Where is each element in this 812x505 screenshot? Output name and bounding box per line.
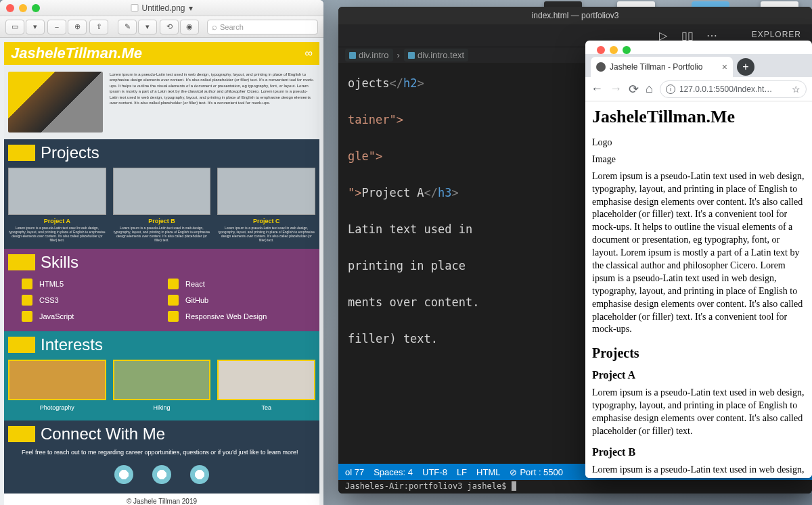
title-dropdown-icon[interactable]: ▾ (189, 3, 193, 13)
chrome-window: Jashele Tillman - Portfolio × + ← → ⟳ ⌂ … (585, 41, 812, 478)
mock-project-card: Project B Lorem ipsum is a pseudo-Latin … (113, 168, 211, 242)
vscode-titlebar: index.html — portfoliov3 (338, 7, 812, 24)
markup-pen-button[interactable]: ✎ (118, 20, 137, 34)
status-eol[interactable]: LF (457, 467, 467, 477)
explorer-title: EXPLORER (752, 30, 801, 42)
forward-button[interactable]: → (610, 82, 622, 96)
zoom-out-button[interactable]: − (47, 20, 66, 34)
search-icon (212, 22, 217, 32)
markup-toggle-button[interactable]: ◉ (180, 20, 199, 34)
bookmark-star-icon[interactable]: ☆ (792, 84, 800, 95)
project-b-desc: Lorem ipsum is a pseudo-Latin text used … (592, 464, 805, 478)
tab-title: Jashele Tillman - Portfolio (610, 62, 702, 72)
mock-connect-section: Connect With Me Feel free to reach out t… (4, 420, 319, 494)
intro-paragraph: Lorem ipsum is a pseudo-Latin text used … (592, 170, 805, 337)
mock-project-card: Project C Lorem ipsum is a pseudo-Latin … (217, 168, 315, 242)
preview-toolbar: ▭ ▾ − ⊕ ⇧ ✎ ▾ ⟲ ◉ Search (0, 16, 323, 38)
page-content: JasheleTillman.Me Logo Image Lorem ipsum… (585, 101, 812, 478)
site-info-icon[interactable]: i (666, 85, 675, 94)
status-col[interactable]: ol 77 (345, 467, 364, 477)
sidebar-toggle-button[interactable]: ▭ (5, 20, 24, 34)
no-entry-icon (510, 467, 517, 477)
status-spaces[interactable]: Spaces: 4 (374, 467, 413, 477)
reload-button[interactable]: ⟳ (629, 82, 639, 97)
share-button[interactable]: ⇧ (89, 20, 108, 34)
linkedin-icon (190, 465, 209, 484)
run-icon[interactable]: ▷ (657, 30, 669, 42)
close-button[interactable] (597, 46, 605, 54)
minimize-button[interactable] (19, 4, 27, 12)
image-alt-text: Image (592, 153, 805, 166)
close-button[interactable] (6, 4, 14, 12)
maximize-button[interactable] (623, 46, 631, 54)
search-input[interactable]: Search (207, 20, 318, 34)
mock-footer: © Jashele Tillman 2019 (4, 494, 319, 505)
mock-design: JasheleTillman.Me ∞ Lorem ipsum is a pse… (4, 42, 319, 505)
responsive-icon (168, 311, 179, 322)
logo-alt-text: Logo (592, 137, 805, 149)
globe-icon (596, 62, 606, 72)
new-tab-button[interactable]: + (737, 58, 754, 76)
preview-window: Untitled.png ▾ ▭ ▾ − ⊕ ⇧ ✎ ▾ ⟲ ◉ Search … (0, 0, 323, 505)
page-title: JasheleTillman.Me (592, 107, 805, 127)
status-encoding[interactable]: UTF-8 (422, 467, 447, 477)
preview-titlebar: Untitled.png ▾ (0, 0, 323, 16)
project-a-heading: Project A (592, 369, 805, 381)
mock-skills-section: Skills HTML5 React CSS3 GitHub JavaScrip… (4, 249, 319, 331)
github-social-icon (152, 465, 171, 484)
mock-avatar-image (8, 72, 103, 133)
file-icon (131, 4, 138, 11)
html5-icon (22, 279, 32, 289)
chrome-tabstrip: Jashele Tillman - Portfolio × + (585, 54, 812, 77)
preview-canvas: JasheleTillman.Me ∞ Lorem ipsum is a pse… (0, 38, 323, 505)
email-icon (114, 465, 133, 484)
home-button[interactable]: ⌂ (646, 82, 653, 96)
mock-brand: JasheleTillman.Me (11, 45, 142, 62)
zoom-in-button[interactable]: ⊕ (68, 20, 87, 34)
project-b-heading: Project B (592, 446, 805, 458)
window-title: Untitled.png (141, 3, 185, 13)
more-actions-icon[interactable]: ⋯ (706, 30, 718, 42)
minimize-button[interactable] (610, 46, 618, 54)
mock-interests-section: Interests Photography Hiking Tea (4, 331, 319, 420)
status-port[interactable]: Port : 5500 (510, 467, 563, 477)
css3-icon (22, 295, 32, 306)
mock-project-card: Project A Lorem ipsum is a pseudo-Latin … (8, 168, 106, 242)
status-lang[interactable]: HTML (476, 467, 500, 477)
mock-intro-text: Lorem ipsum is a pseudo-Latin text used … (110, 72, 315, 133)
maximize-button[interactable] (32, 4, 40, 12)
terminal[interactable]: Jasheles-Air:portfoliov3 jashele$ (338, 480, 812, 494)
javascript-icon (22, 311, 32, 322)
markup-menu-button[interactable]: ▾ (138, 20, 157, 34)
rotate-button[interactable]: ⟲ (160, 20, 179, 34)
tab-close-icon[interactable]: × (722, 62, 727, 72)
mock-projects-section: Projects Project A Lorem ipsum is a pseu… (4, 139, 319, 249)
github-icon (168, 295, 179, 306)
back-button[interactable]: ← (591, 82, 603, 96)
split-editor-icon[interactable]: ▯▯ (681, 30, 694, 42)
project-a-desc: Lorem ipsum is a pseudo-Latin text used … (592, 387, 805, 438)
chrome-toolbar: ← → ⟳ ⌂ i 127.0.0.1:5500/index.ht… ☆ (585, 77, 812, 101)
projects-heading: Projects (592, 345, 805, 361)
address-bar[interactable]: i 127.0.0.1:5500/index.ht… ☆ (660, 80, 807, 98)
infinity-logo-icon: ∞ (305, 47, 313, 59)
react-icon (168, 279, 179, 289)
browser-tab[interactable]: Jashele Tillman - Portfolio × (591, 57, 733, 77)
view-menu-button[interactable]: ▾ (26, 20, 45, 34)
